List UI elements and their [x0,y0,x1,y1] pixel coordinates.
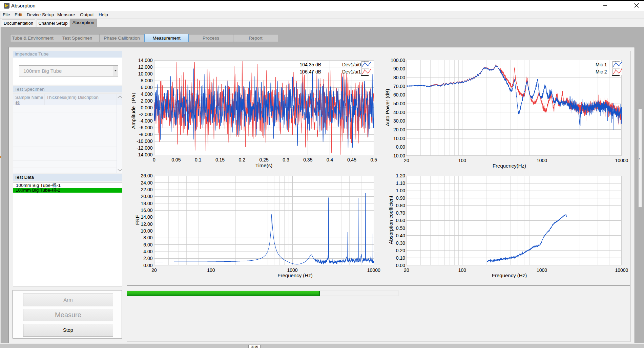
svg-text:10000: 10000 [615,158,628,163]
svg-text:14.000: 14.000 [138,58,153,63]
svg-text:8.000: 8.000 [141,78,152,83]
svg-text:14.00: 14.00 [141,214,152,220]
svg-text:0.45: 0.45 [347,157,356,162]
svg-text:90.00: 90.00 [393,66,405,71]
svg-text:-2.000: -2.000 [139,112,153,117]
svg-text:-4.000: -4.000 [139,118,153,124]
svg-text:16.00: 16.00 [141,208,152,213]
svg-text:4.00: 4.00 [143,249,152,254]
svg-text:6.00: 6.00 [143,242,152,247]
svg-text:Frequency (Hz): Frequency (Hz) [492,273,527,278]
svg-text:Auto Power (dB): Auto Power (dB) [385,89,390,126]
svg-text:20.00: 20.00 [141,194,152,199]
svg-text:0.50: 0.50 [396,225,405,231]
svg-text:20: 20 [151,267,157,273]
svg-text:22.00: 22.00 [141,187,152,192]
svg-text:100: 100 [458,267,466,273]
svg-text:10.000: 10.000 [138,71,153,77]
svg-text:0: 0 [153,157,155,162]
svg-text:12.000: 12.000 [138,64,153,70]
svg-text:1.20: 1.20 [396,173,405,178]
svg-text:6.000: 6.000 [141,85,152,90]
svg-text:Amplitude（Pa）: Amplitude（Pa） [130,90,136,129]
svg-text:Frequency(Hz): Frequency(Hz) [493,163,526,169]
svg-text:2.000: 2.000 [141,98,152,104]
svg-text:Frequency (Hz): Frequency (Hz) [277,273,312,278]
svg-text:26.00: 26.00 [141,173,152,178]
svg-text:70.00: 70.00 [393,84,405,89]
svg-text:dB: dB [315,62,321,67]
svg-text:0.000: 0.000 [141,105,152,110]
svg-text:100: 100 [207,267,215,273]
svg-text:80.00: 80.00 [393,75,405,80]
svg-text:20: 20 [404,158,409,163]
svg-text:106.47: 106.47 [300,69,314,74]
svg-text:10.00: 10.00 [141,228,152,234]
svg-text:1.10: 1.10 [396,180,405,186]
svg-text:0.4: 0.4 [327,157,333,162]
svg-text:60.00: 60.00 [393,92,405,97]
svg-text:-6.000: -6.000 [139,125,153,130]
svg-text:0.40: 0.40 [396,233,405,238]
svg-text:-8.000: -8.000 [139,132,153,137]
svg-text:20: 20 [404,267,409,273]
svg-text:0.60: 0.60 [396,218,405,223]
svg-text:12.00: 12.00 [141,221,152,227]
svg-text:2.00: 2.00 [143,256,152,261]
svg-text:10.00: 10.00 [393,136,405,141]
svg-text:1000: 1000 [537,158,547,163]
svg-text:0.35: 0.35 [303,157,312,162]
svg-text:0.00: 0.00 [396,144,405,150]
svg-text:0.3: 0.3 [283,157,289,162]
svg-text:0.15: 0.15 [215,157,225,162]
svg-text:0.70: 0.70 [396,210,405,216]
svg-text:FRF: FRF [134,215,140,225]
svg-text:-10.000: -10.000 [137,138,153,144]
svg-text:Absorption coefficient: Absorption coefficient [388,196,394,244]
svg-text:Mic 1: Mic 1 [596,62,607,67]
svg-text:30.00: 30.00 [393,118,405,124]
svg-text:104.35: 104.35 [300,62,314,67]
svg-text:50.00: 50.00 [393,101,405,106]
svg-text:18.00: 18.00 [141,201,152,206]
svg-text:1000: 1000 [537,267,547,273]
svg-text:4.000: 4.000 [141,91,152,97]
svg-text:Dev1/ai1: Dev1/ai1 [342,69,361,74]
svg-text:0.10: 0.10 [396,255,405,261]
svg-text:0.5: 0.5 [371,157,377,162]
svg-text:-12.000: -12.000 [137,145,153,151]
svg-text:8.00: 8.00 [143,235,152,240]
svg-text:-14.000: -14.000 [137,152,153,157]
svg-text:10000: 10000 [615,267,628,273]
svg-text:1.00: 1.00 [396,188,405,193]
svg-text:0.80: 0.80 [396,203,405,208]
svg-text:100: 100 [458,158,466,163]
svg-text:0.2: 0.2 [239,157,246,162]
svg-text:40.00: 40.00 [393,110,405,115]
svg-text:24.00: 24.00 [141,180,152,186]
svg-text:20.00: 20.00 [393,127,405,132]
svg-text:dB: dB [315,69,321,74]
svg-text:0.1: 0.1 [195,157,202,162]
svg-text:0.20: 0.20 [396,248,405,253]
svg-text:0.90: 0.90 [396,195,405,201]
svg-text:Dev1/ai0: Dev1/ai0 [342,62,361,67]
svg-text:10000: 10000 [367,267,380,273]
svg-text:100.00: 100.00 [391,58,405,63]
svg-text:0.30: 0.30 [396,240,405,246]
svg-text:0.25: 0.25 [259,157,268,162]
svg-text:Time(s): Time(s) [255,162,272,168]
svg-text:Mic 2: Mic 2 [596,69,607,74]
svg-text:0.05: 0.05 [171,157,181,162]
svg-text:-10.00: -10.00 [392,153,405,158]
